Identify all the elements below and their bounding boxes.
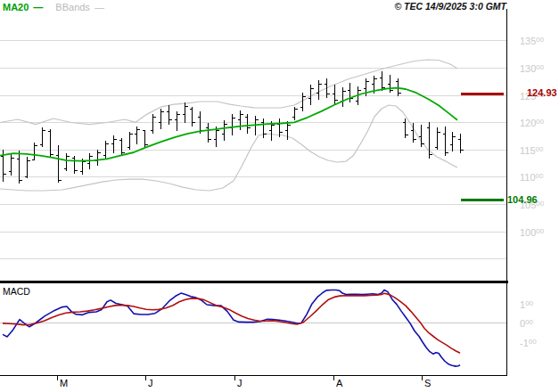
macd-panel-title: MACD [3,287,30,297]
ma20-line-swatch: — [33,2,43,12]
month-label: M [60,379,68,388]
price-axis-label: 13500 [520,35,544,46]
copyright-text: © TEC 14/9/2025 3:0 GMT [394,1,506,12]
month-label: S [424,379,431,388]
bbands-line-swatch: — [95,2,104,12]
macd-axis-label: 000 [520,317,533,329]
price-axis-label: 10000 [520,226,544,238]
bollinger-upper-line [0,60,457,125]
support-level-label: 104.96 [507,195,538,205]
macd-line [3,290,460,367]
legend: MA20—BBands— [3,2,104,12]
ma20-legend-label: MA20 [3,2,29,12]
level-lines [461,94,504,200]
stock-chart: MA20—BBands— © TEC 14/9/2025 3:0 GMT MAC… [0,0,559,392]
price-axis-label: 12000 [520,117,544,128]
month-label: A [336,379,342,388]
price-gridlines [0,41,507,259]
panel-separator [0,281,508,283]
bbands-legend-label: BBands [55,2,90,12]
resistance-level-label: 124.93 [527,88,557,98]
macd-axis-label: -100 [520,337,537,348]
price-axis-label: 13000 [520,62,544,74]
price-axis-label: 11000 [520,171,543,183]
month-label: J [237,379,243,388]
month-label: J [148,379,153,388]
chart-canvas [0,0,559,392]
bollinger-lower-line [0,105,457,191]
price-axis-label: 11500 [520,144,543,156]
macd-axis-label: 100 [520,298,533,310]
